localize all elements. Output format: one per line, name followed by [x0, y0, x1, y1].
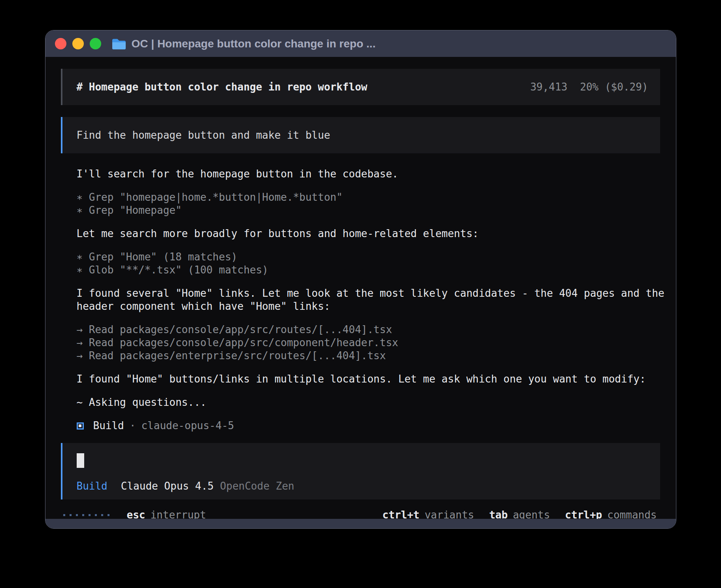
- model-status-row: Build Claude Opus 4.5 OpenCode Zen: [77, 481, 646, 492]
- terminal-content: # Homepage button color change in repo w…: [45, 57, 676, 519]
- model-provider-label: OpenCode Zen: [220, 481, 294, 492]
- key-hint-esc: escinterrupt: [127, 509, 206, 519]
- transcript-spacer: [77, 217, 660, 227]
- working-spinner-dots: [63, 514, 109, 516]
- window-title: OC | Homepage button color change in rep…: [132, 38, 376, 50]
- agent-separator: ·: [130, 419, 136, 432]
- folder-icon: [111, 38, 126, 50]
- agent-name: Build: [93, 419, 124, 432]
- text-cursor: [77, 453, 84, 468]
- prompt-input-panel[interactable]: Build Claude Opus 4.5 OpenCode Zen: [61, 443, 660, 499]
- assistant-text-line: I found several "Home" links. Let me loo…: [77, 287, 660, 300]
- tool-call-line: ∗ Glob "**/*.tsx" (100 matches): [77, 264, 660, 277]
- agent-square-icon: [77, 422, 84, 430]
- spinner-dot: [76, 514, 78, 516]
- tool-call-line: ∗ Grep "homepage|home.*button|Home.*butt…: [77, 191, 660, 204]
- footer-left: escinterrupt: [63, 509, 206, 519]
- hint-label: variants: [425, 509, 474, 519]
- transcript-spacer: [77, 181, 660, 191]
- status-footer: escinterrupt ctrl+tvariantstabagentsctrl…: [61, 509, 660, 519]
- spinner-dot: [89, 514, 91, 516]
- tool-call-line: → Read packages/console/app/src/componen…: [77, 336, 660, 349]
- session-header-panel: # Homepage button color change in repo w…: [61, 69, 660, 105]
- keyboard-hints-left: escinterrupt: [127, 509, 206, 519]
- close-button[interactable]: [55, 38, 66, 49]
- transcript-spacer: [77, 240, 660, 251]
- assistant-text-line: ~ Asking questions...: [77, 396, 660, 409]
- session-title: # Homepage button color change in repo w…: [77, 81, 368, 93]
- spinner-dot: [95, 514, 97, 516]
- assistant-text-line: header component which have "Home" links…: [77, 300, 660, 313]
- transcript-spacer: [77, 362, 660, 373]
- transcript-spacer: [77, 409, 660, 419]
- tool-call-line: ∗ Grep "Home" (18 matches): [77, 251, 660, 264]
- keyboard-hints-right: ctrl+tvariantstabagentsctrl+pcommands: [382, 509, 657, 519]
- assistant-text-line: I found "Home" buttons/links in multiple…: [77, 373, 660, 386]
- hint-key: esc: [127, 509, 145, 519]
- user-message-text: Find the homepage button and make it blu…: [77, 129, 330, 141]
- traffic-lights: [55, 38, 101, 49]
- model-name-label[interactable]: Claude Opus 4.5: [121, 481, 214, 492]
- session-stats: 39,413 20% ($0.29): [530, 81, 648, 93]
- transcript-spacer: [77, 386, 660, 396]
- hint-key: ctrl+t: [382, 509, 419, 519]
- key-hint-ctrl-t: ctrl+tvariants: [382, 509, 474, 519]
- assistant-text-line: Let me search more broadly for buttons a…: [77, 227, 660, 240]
- hint-label: agents: [513, 509, 550, 519]
- tool-call-line: → Read packages/enterprise/src/routes/[.…: [77, 349, 660, 362]
- spinner-dot: [70, 514, 72, 516]
- spinner-dot: [63, 514, 65, 516]
- hint-key: ctrl+p: [565, 509, 602, 519]
- agent-mode-label[interactable]: Build: [77, 481, 108, 492]
- key-hint-tab: tabagents: [489, 509, 550, 519]
- hint-label: commands: [607, 509, 657, 519]
- tool-call-line: → Read packages/console/app/src/routes/[…: [77, 323, 660, 336]
- hint-key: tab: [489, 509, 508, 519]
- spinner-dot: [101, 514, 103, 516]
- key-hint-ctrl-p: ctrl+pcommands: [565, 509, 657, 519]
- assistant-text-line: I'll search for the homepage button in t…: [77, 168, 660, 181]
- tool-call-line: ∗ Grep "Homepage": [77, 204, 660, 217]
- transcript-spacer: [77, 313, 660, 323]
- assistant-transcript: I'll search for the homepage button in t…: [77, 168, 660, 432]
- user-message-panel: Find the homepage button and make it blu…: [61, 117, 660, 153]
- spinner-dot: [82, 514, 84, 516]
- terminal-window: OC | Homepage button color change in rep…: [45, 30, 676, 529]
- agent-model: claude-opus-4-5: [141, 419, 234, 432]
- titlebar: OC | Homepage button color change in rep…: [45, 30, 676, 57]
- hint-label: interrupt: [150, 509, 206, 519]
- context-usage: 20% ($0.29): [580, 81, 648, 93]
- token-count: 39,413: [530, 81, 567, 93]
- transcript-spacer: [77, 277, 660, 287]
- minimize-button[interactable]: [72, 38, 84, 49]
- agent-square-icon-dot: [79, 424, 81, 427]
- zoom-button[interactable]: [90, 38, 101, 49]
- window-bottom-bezel: [45, 519, 676, 528]
- spinner-dot: [108, 514, 109, 516]
- agent-status-row: Build·claude-opus-4-5: [77, 419, 660, 432]
